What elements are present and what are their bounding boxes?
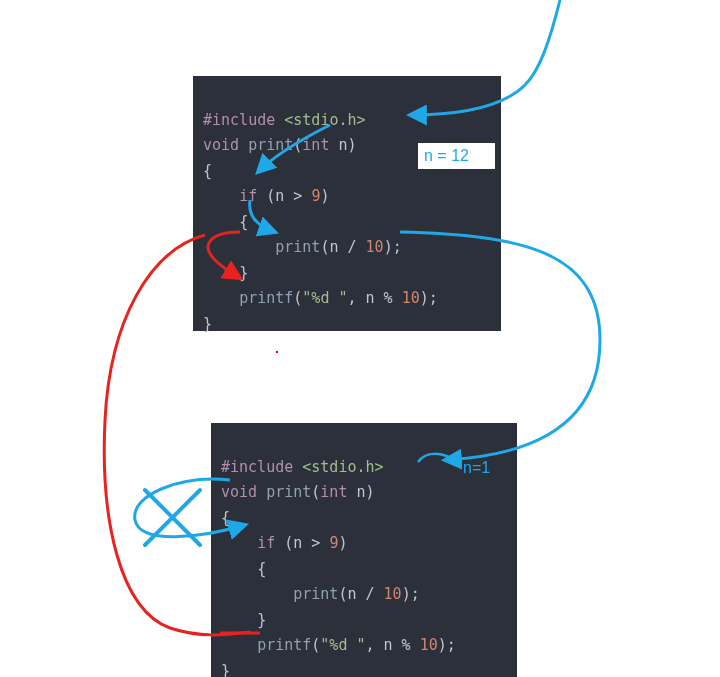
indent <box>221 636 257 654</box>
rparen: ) <box>320 187 329 205</box>
param-n: n <box>329 136 347 154</box>
indent <box>221 611 257 629</box>
rparen: ) <box>348 136 357 154</box>
number-ten: 10 <box>366 238 384 256</box>
rparen: ) <box>338 534 347 552</box>
if-cond: (n > <box>275 534 329 552</box>
arg: (n / <box>320 238 365 256</box>
indent <box>203 264 239 282</box>
brace-close: } <box>257 611 266 629</box>
indent <box>203 289 239 307</box>
lparen: ( <box>293 289 302 307</box>
semicolon: ); <box>402 585 420 603</box>
svg-line-1 <box>145 490 200 545</box>
brace-open: { <box>239 213 248 231</box>
code-block-1: #include <stdio.h> void print(int n) { i… <box>193 76 501 331</box>
indent <box>203 238 275 256</box>
call-printf: printf <box>257 636 311 654</box>
indent <box>221 534 257 552</box>
preproc-directive: #include <box>203 111 275 129</box>
func-name: print <box>248 136 293 154</box>
indent <box>221 560 257 578</box>
brace-close: } <box>239 264 248 282</box>
brace-open: { <box>203 162 212 180</box>
annotation-n1: n=1 <box>463 459 490 477</box>
comma-arg: , n % <box>366 636 420 654</box>
arg: (n / <box>338 585 383 603</box>
call-print: print <box>293 585 338 603</box>
format-string: "%d " <box>320 636 365 654</box>
marker-dot <box>276 351 278 353</box>
keyword-if: if <box>257 534 275 552</box>
keyword-void: void <box>221 483 257 501</box>
param-n: n <box>347 483 365 501</box>
lparen: ( <box>311 483 320 501</box>
type-int: int <box>302 136 329 154</box>
keyword-void: void <box>203 136 239 154</box>
preproc-directive: #include <box>221 458 293 476</box>
lparen: ( <box>311 636 320 654</box>
header-name: <stdio.h> <box>284 111 365 129</box>
annotation-n12: n = 12 <box>418 143 495 169</box>
number-ten: 10 <box>420 636 438 654</box>
svg-line-0 <box>145 490 200 545</box>
semicolon: ); <box>420 289 438 307</box>
indent <box>203 187 239 205</box>
brace-open: { <box>221 509 230 527</box>
brace-close: } <box>221 662 230 678</box>
brace-open: { <box>257 560 266 578</box>
indent <box>221 585 293 603</box>
rparen: ) <box>366 483 375 501</box>
if-cond: (n > <box>257 187 311 205</box>
number-ten: 10 <box>384 585 402 603</box>
keyword-if: if <box>239 187 257 205</box>
call-printf: printf <box>239 289 293 307</box>
format-string: "%d " <box>302 289 347 307</box>
semicolon: ); <box>384 238 402 256</box>
type-int: int <box>320 483 347 501</box>
lparen: ( <box>293 136 302 154</box>
number-ten: 10 <box>402 289 420 307</box>
header-name: <stdio.h> <box>302 458 383 476</box>
cross-mark <box>145 490 200 545</box>
indent <box>203 213 239 231</box>
brace-close: } <box>203 315 212 333</box>
semicolon: ); <box>438 636 456 654</box>
comma-arg: , n % <box>348 289 402 307</box>
func-name: print <box>266 483 311 501</box>
call-print: print <box>275 238 320 256</box>
